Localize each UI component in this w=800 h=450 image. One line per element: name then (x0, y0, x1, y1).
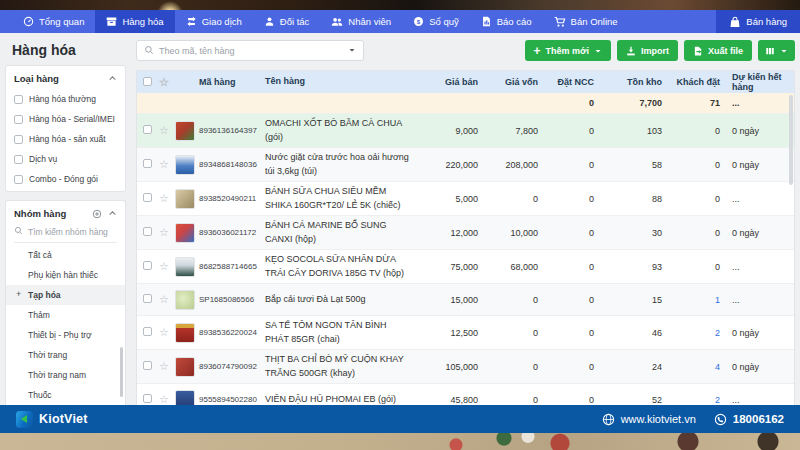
table-row[interactable]: ☆ 8682588714665 KẸO SOCOLA SỮA NHÂN DỪA … (137, 249, 794, 283)
favorite-star-icon[interactable]: ☆ (155, 361, 173, 372)
checkbox[interactable] (14, 135, 23, 144)
row-checkbox[interactable] (137, 361, 155, 372)
cell-ton-kho: 24 (594, 362, 662, 372)
product-name[interactable]: OMACHI XỐT BÒ BẰM CÀ CHUA (gói) (265, 117, 422, 144)
product-name[interactable]: VIÊN ĐẬU HŨ PHOMAI EB (gói) (265, 393, 422, 405)
group-item[interactable]: + Thuốc (14, 385, 117, 405)
row-checkbox[interactable] (137, 125, 155, 136)
col-header-gia-ban[interactable]: Giá bán (422, 77, 478, 87)
nav-tab[interactable]: $ Sổ quỹ (402, 10, 470, 33)
cell-gia-von: 10,000 (478, 228, 538, 238)
cell-khach-dat[interactable]: 1 (662, 295, 720, 305)
type-filter-item[interactable]: Combo - Đóng gói (14, 174, 117, 184)
nav-tab[interactable]: Nhân viên (320, 10, 402, 33)
cell-khach-dat[interactable]: 0 (662, 262, 720, 272)
col-header-khach-dat[interactable]: Khách đặt (662, 77, 720, 87)
row-checkbox[interactable] (137, 327, 155, 338)
import-button[interactable]: Import (617, 40, 678, 61)
favorite-star-icon[interactable]: ☆ (155, 77, 173, 88)
nav-tab[interactable]: Hàng hóa (95, 10, 174, 33)
favorite-star-icon[interactable]: ☆ (155, 294, 173, 305)
export-button[interactable]: Xuất file (684, 40, 752, 61)
col-header-du-kien[interactable]: Dự kiến hết hàng (720, 72, 794, 92)
type-filter-item[interactable]: Dịch vụ (14, 154, 117, 164)
cell-dat-ncc: 0 (538, 395, 594, 405)
search-dropdown-caret-icon[interactable] (348, 46, 356, 56)
nav-tab[interactable]: Tổng quan (12, 10, 95, 33)
cell-khach-dat[interactable]: 0 (662, 160, 720, 170)
table-row[interactable]: ☆ 8938520490211 BÁNH SỮA CHUA SIÊU MỀM S… (137, 181, 794, 215)
product-name[interactable]: Bắp cải tươi Đà Lạt 500g (265, 293, 422, 307)
sell-button[interactable]: Bán hàng (716, 10, 800, 33)
table-scrollbar[interactable] (789, 95, 793, 185)
nav-tab[interactable]: Báo cáo (470, 10, 543, 33)
checkbox[interactable] (14, 175, 23, 184)
cell-khach-dat[interactable]: 0 (662, 228, 720, 238)
col-header-ten-hang[interactable]: Tên hàng (265, 75, 422, 89)
favorite-star-icon[interactable]: ☆ (155, 125, 173, 136)
product-name[interactable]: BÁNH SỮA CHUA SIÊU MỀM SHIKA 160GR*T20/ … (265, 185, 422, 212)
table-row[interactable]: ☆ SP1685086566 Bắp cải tươi Đà Lạt 500g … (137, 283, 794, 315)
cell-khach-dat[interactable]: 4 (662, 362, 720, 372)
row-checkbox[interactable] (137, 227, 155, 238)
table-row[interactable]: ☆ 8938536220024 SA TẾ TÔM NGON TÂN BÌNH … (137, 315, 794, 349)
row-checkbox[interactable] (137, 261, 155, 272)
cell-khach-dat[interactable]: 0 (662, 126, 720, 136)
cell-khach-dat[interactable]: 0 (662, 194, 720, 204)
chevron-up-icon[interactable] (108, 74, 117, 83)
group-item[interactable]: + Tất cả (14, 245, 117, 265)
row-checkbox[interactable] (137, 159, 155, 170)
chevron-up-icon[interactable] (108, 209, 117, 218)
columns-button[interactable] (758, 40, 795, 61)
nav-tab[interactable]: Bán Online (543, 10, 629, 33)
group-search-input[interactable]: Tìm kiếm nhóm hàng (14, 226, 117, 243)
type-filter-item[interactable]: Hàng hóa - sản xuất (14, 134, 117, 144)
expand-plus-icon[interactable]: + (16, 289, 21, 299)
group-item[interactable]: + Tạp hóa (6, 285, 125, 305)
add-group-icon[interactable] (92, 209, 102, 219)
col-header-gia-von[interactable]: Giá vốn (478, 77, 538, 87)
group-item[interactable]: + Thảm (14, 305, 117, 325)
product-name[interactable]: KẸO SOCOLA SỮA NHÂN DỪA TRÁI CÂY DORIVA … (265, 253, 422, 280)
table-row[interactable]: ☆ 8936136164397 OMACHI XỐT BÒ BẰM CÀ CHU… (137, 113, 794, 147)
favorite-star-icon[interactable]: ☆ (155, 193, 173, 204)
table-row[interactable]: ☆ 8934868148036 Nước giặt cửa trước hoa … (137, 147, 794, 181)
group-item-label: Phụ kiện hàn thiếc (28, 270, 98, 280)
product-name[interactable]: Nước giặt cửa trước hoa oải hương túi 3,… (265, 151, 422, 178)
group-item[interactable]: + Thiết bị - Phụ trợ (14, 325, 117, 345)
add-new-button[interactable]: + Thêm mới (525, 40, 611, 61)
product-name[interactable]: SA TẾ TÔM NGON TÂN BÌNH PHÁT 85GR (chai) (265, 319, 422, 346)
row-checkbox[interactable] (137, 394, 155, 405)
favorite-star-icon[interactable]: ☆ (155, 159, 173, 170)
favorite-star-icon[interactable]: ☆ (155, 227, 173, 238)
group-item[interactable]: + Thời trang nam (14, 365, 117, 385)
group-item[interactable]: + Phụ kiện hàn thiếc (14, 265, 117, 285)
favorite-star-icon[interactable]: ☆ (155, 394, 173, 405)
table-row[interactable]: ☆ 8936036021172 BÁNH CÁ MARINE BỔ SUNG C… (137, 215, 794, 249)
favorite-star-icon[interactable]: ☆ (155, 261, 173, 272)
col-header-dat-ncc[interactable]: Đặt NCC (538, 77, 594, 87)
col-header-ton-kho[interactable]: Tồn kho (594, 77, 662, 87)
table-row[interactable]: ☆ 8936074790092 THỊT BA CHỈ BÒ MỸ CUỘN K… (137, 349, 794, 383)
product-name[interactable]: THỊT BA CHỈ BÒ MỸ CUỘN KHAY TRẮNG 500GR … (265, 353, 422, 380)
checkbox[interactable] (14, 115, 23, 124)
checkbox[interactable] (14, 155, 23, 164)
nav-tab[interactable]: Đối tác (253, 10, 321, 33)
table-row[interactable]: ☆ 9555894502280 VIÊN ĐẬU HŨ PHOMAI EB (g… (137, 383, 794, 405)
col-header-ma-hang[interactable]: Mã hàng (197, 77, 265, 87)
sidebar-scrollbar[interactable] (120, 347, 123, 397)
product-search-input[interactable]: Theo mã, tên hàng (136, 40, 364, 61)
cell-khach-dat[interactable]: 2 (662, 328, 720, 338)
product-name[interactable]: BÁNH CÁ MARINE BỔ SUNG CANXI (hộp) (265, 219, 422, 246)
nav-tab[interactable]: Giao dịch (175, 10, 253, 33)
select-all-checkbox[interactable] (137, 77, 155, 88)
cell-khach-dat[interactable]: 2 (662, 395, 720, 405)
group-item[interactable]: + Thời trang (14, 345, 117, 365)
type-filter-item[interactable]: Hàng hóa - Serial/IMEI (14, 114, 117, 124)
row-checkbox[interactable] (137, 294, 155, 305)
row-checkbox[interactable] (137, 193, 155, 204)
type-filter-item[interactable]: Hàng hóa thường (14, 94, 117, 104)
favorite-star-icon[interactable]: ☆ (155, 327, 173, 338)
cell-ton-kho: 30 (594, 228, 662, 238)
checkbox[interactable] (14, 95, 23, 104)
